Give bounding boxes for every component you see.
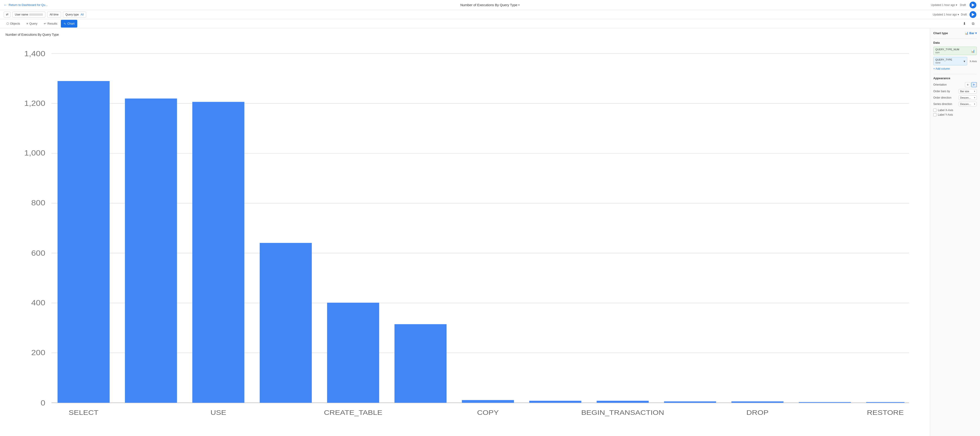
chart-type-section: Chart type 📊 Bar ▾ bbox=[933, 32, 977, 35]
bar-select[interactable] bbox=[57, 81, 110, 403]
run-button[interactable] bbox=[969, 2, 976, 8]
download-button[interactable]: ⬇ bbox=[961, 20, 968, 27]
chart-type-label: Chart type bbox=[933, 32, 948, 35]
tab-chart[interactable]: ∿ Chart bbox=[61, 20, 77, 27]
chart-area: Number of Executions By Query Type 1,400… bbox=[0, 28, 930, 436]
chart-type-value: Bar bbox=[969, 32, 974, 35]
tab-query[interactable]: ≡ Query bbox=[24, 20, 40, 27]
bar-copy[interactable] bbox=[462, 400, 514, 403]
querytype-filter-chip[interactable]: Query type All bbox=[63, 12, 86, 17]
run-icon bbox=[972, 3, 975, 6]
orientation-row: Orientation ≡ ⫸ bbox=[933, 82, 977, 87]
bar-12[interactable] bbox=[799, 402, 851, 403]
tab-objects[interactable]: ⬡ Objects bbox=[4, 20, 23, 27]
label-y-axis-text: Label Y-Axis bbox=[938, 113, 953, 116]
svg-text:USE: USE bbox=[211, 409, 226, 416]
svg-text:400: 400 bbox=[31, 299, 45, 307]
label-x-axis-row: Label X-Axis bbox=[933, 109, 977, 112]
svg-text:CREATE_TABLE: CREATE_TABLE bbox=[324, 409, 382, 416]
chip2-sub: none bbox=[935, 62, 952, 64]
label-y-axis-checkbox[interactable] bbox=[933, 113, 937, 116]
chart-container: 1,400 1,200 1,000 800 600 400 200 bbox=[5, 40, 924, 430]
filter-run-button[interactable] bbox=[969, 11, 976, 18]
title-caret-icon[interactable]: ▾ bbox=[518, 3, 520, 6]
chip1-sub: sum bbox=[935, 51, 959, 54]
tab-objects-label: Objects bbox=[10, 22, 20, 25]
filter-toggle-button[interactable]: ⇄ bbox=[4, 12, 11, 17]
chart-type-button[interactable]: 📊 Bar ▾ bbox=[965, 32, 977, 35]
series-direction-row: Series direction Descen... ▾ bbox=[933, 102, 977, 106]
main-layout: Number of Executions By Query Type 1,400… bbox=[0, 28, 980, 436]
bar-create-table[interactable] bbox=[327, 303, 379, 403]
bar-restore[interactable] bbox=[866, 402, 905, 403]
order-bars-label: Order bars by bbox=[933, 90, 950, 93]
order-bars-caret: ▾ bbox=[974, 90, 975, 92]
filter-draft-badge: Draft bbox=[961, 13, 967, 16]
svg-text:200: 200 bbox=[31, 349, 45, 357]
bar-4[interactable] bbox=[260, 243, 312, 403]
order-bars-select[interactable]: Bar size ▾ bbox=[959, 89, 977, 94]
query-icon: ≡ bbox=[26, 22, 28, 25]
svg-text:0: 0 bbox=[41, 399, 45, 407]
add-column-button[interactable]: + Add column bbox=[933, 67, 977, 70]
data-chip-1[interactable]: QUERY_TYPE_NUM sum 📊 bbox=[933, 47, 977, 55]
svg-text:RESTORE: RESTORE bbox=[867, 409, 904, 416]
top-bar: ← Return to Dashboard for Qu... Number o… bbox=[0, 0, 980, 10]
appearance-header: Appearance bbox=[933, 76, 977, 80]
chart-icon: ∿ bbox=[64, 22, 66, 25]
svg-text:1,200: 1,200 bbox=[24, 99, 45, 107]
bar-drop[interactable] bbox=[731, 401, 783, 403]
orientation-buttons: ≡ ⫸ bbox=[965, 82, 977, 87]
filter-bar: ⇄ User name All time Query type All Upda… bbox=[0, 10, 980, 19]
series-direction-label: Series direction bbox=[933, 103, 952, 106]
order-direction-select[interactable]: Descen... ▾ bbox=[959, 95, 977, 100]
back-link-label: Return to Dashboard for Qu... bbox=[9, 3, 48, 6]
toolbar-right: ⬇ ⧉ bbox=[961, 20, 976, 27]
updated-text[interactable]: Updated 1 hour ago ▾ bbox=[931, 3, 957, 6]
bar-2[interactable] bbox=[125, 98, 177, 403]
data-chip-2[interactable]: QUERY_TYPE none ▾ bbox=[933, 57, 967, 65]
divider-1 bbox=[933, 38, 977, 39]
draft-badge: Draft bbox=[960, 3, 966, 6]
data-header: Data bbox=[933, 41, 977, 44]
tab-chart-label: Chart bbox=[67, 22, 75, 25]
svg-text:1,400: 1,400 bbox=[24, 50, 45, 58]
tab-results[interactable]: ↩ Results bbox=[41, 20, 60, 27]
bar-8[interactable] bbox=[529, 401, 581, 403]
label-y-axis-row: Label Y-Axis bbox=[933, 113, 977, 116]
tab-results-label: Results bbox=[48, 22, 57, 25]
svg-text:DROP: DROP bbox=[746, 409, 768, 416]
svg-text:SELECT: SELECT bbox=[68, 409, 99, 416]
bar-use[interactable] bbox=[192, 102, 244, 403]
top-right: Updated 1 hour ago ▾ Draft bbox=[931, 2, 976, 8]
series-direction-select[interactable]: Descen... ▾ bbox=[959, 102, 977, 106]
label-x-axis-checkbox[interactable] bbox=[933, 109, 937, 112]
bar-chart-svg: 1,400 1,200 1,000 800 600 400 200 bbox=[5, 40, 924, 430]
order-direction-value: Descen... bbox=[960, 96, 970, 99]
order-direction-caret: ▾ bbox=[974, 97, 975, 99]
orientation-horizontal-btn[interactable]: ≡ bbox=[965, 82, 970, 87]
label-x-axis-text: Label X-Axis bbox=[938, 109, 953, 112]
data-section: Data QUERY_TYPE_NUM sum 📊 QUERY_TYPE non… bbox=[933, 41, 977, 70]
series-direction-caret: ▾ bbox=[974, 103, 975, 105]
tab-bar: ⬡ Objects ≡ Query ↩ Results ∿ Chart ⬇ ⧉ bbox=[0, 19, 980, 28]
split-view-button[interactable]: ⧉ bbox=[969, 20, 976, 27]
chart-title: Number of Executions By Query Type bbox=[5, 33, 924, 36]
orientation-vertical-btn[interactable]: ⫸ bbox=[971, 82, 977, 87]
tab-query-label: Query bbox=[29, 22, 37, 25]
svg-text:COPY: COPY bbox=[477, 409, 499, 416]
chart-type-caret: ▾ bbox=[975, 32, 977, 35]
bar-10[interactable] bbox=[664, 401, 716, 403]
appearance-section: Appearance Orientation ≡ ⫸ Order bars by… bbox=[933, 76, 977, 116]
alltime-filter-chip[interactable]: All time bbox=[47, 12, 61, 17]
svg-text:600: 600 bbox=[31, 249, 45, 257]
username-filter-chip[interactable]: User name bbox=[12, 12, 45, 17]
back-link[interactable]: ← Return to Dashboard for Qu... bbox=[4, 3, 48, 7]
right-panel: Chart type 📊 Bar ▾ Data QUERY_TYPE_NUM s… bbox=[930, 28, 980, 436]
svg-text:1,000: 1,000 bbox=[24, 149, 45, 157]
x-axis-label: X-Axis bbox=[969, 60, 977, 63]
data-label: Data bbox=[933, 41, 940, 44]
bar-begin-transaction[interactable] bbox=[597, 401, 649, 403]
bar-6[interactable] bbox=[395, 324, 447, 403]
filter-updated-text[interactable]: Updated 1 hour ago ▾ bbox=[933, 13, 959, 16]
